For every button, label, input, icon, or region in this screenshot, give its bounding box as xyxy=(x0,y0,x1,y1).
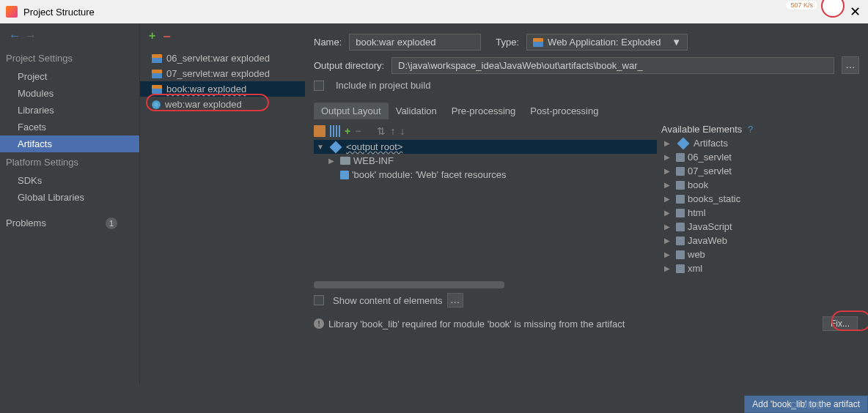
nav-facets[interactable]: Facets xyxy=(0,119,139,135)
available-item[interactable]: ▶06_servlet xyxy=(661,150,859,164)
artifact-item[interactable]: 06_servlet:war exploded xyxy=(140,51,305,66)
artifact-icon xyxy=(152,54,162,63)
name-input[interactable] xyxy=(349,34,481,51)
type-value: Web Application: Exploded xyxy=(548,37,661,48)
artifact-item[interactable]: 07_servlet:war exploded xyxy=(140,66,305,81)
new-folder-icon[interactable] xyxy=(314,125,326,137)
available-item[interactable]: ▶html xyxy=(661,206,859,220)
available-item[interactable]: ▶JavaWeb xyxy=(661,234,859,248)
chevron-right-icon: ▶ xyxy=(664,250,673,258)
nav-libraries[interactable]: Libraries xyxy=(0,102,139,119)
module-icon xyxy=(676,250,685,259)
nav-problems[interactable]: Problems 1 xyxy=(0,215,139,231)
horizontal-scrollbar[interactable] xyxy=(314,281,859,289)
speed-badge: 507 K/s xyxy=(785,0,818,10)
tree-row-output-root[interactable]: ▼ <output root> xyxy=(314,140,657,154)
nav-project[interactable]: Project xyxy=(0,68,139,85)
show-content-checkbox[interactable] xyxy=(314,295,324,305)
available-item[interactable]: ▶books_static xyxy=(661,192,859,206)
module-icon xyxy=(676,167,685,176)
help-icon[interactable]: ? xyxy=(748,124,753,135)
available-item-label: books_static xyxy=(688,193,740,204)
browse-button[interactable]: … xyxy=(842,56,859,74)
chevron-right-icon: ▶ xyxy=(664,195,673,203)
available-item-label: JavaScript xyxy=(688,221,732,232)
chevron-right-icon: ▶ xyxy=(664,139,673,147)
type-label: Type: xyxy=(496,37,519,48)
artifact-label: book:war exploded xyxy=(166,83,246,94)
nav-global-libraries[interactable]: Global Libraries xyxy=(0,189,139,206)
available-item[interactable]: ▶xml xyxy=(661,261,859,275)
sort-icon[interactable]: ⇅ xyxy=(377,125,386,137)
available-item[interactable]: ▶JavaScript xyxy=(661,220,859,234)
available-item[interactable]: ▶07_servlet xyxy=(661,164,859,178)
show-content-label: Show content of elements xyxy=(333,295,443,306)
close-icon[interactable]: ✕ xyxy=(850,4,861,20)
problems-badge: 1 xyxy=(106,217,117,229)
chevron-right-icon: ▶ xyxy=(664,153,673,161)
include-build-checkbox[interactable] xyxy=(314,81,324,91)
fix-tooltip[interactable]: Add 'book_lib' to the artifact 1CTO博客 xyxy=(744,395,868,413)
available-item[interactable]: ▶Artifacts xyxy=(661,136,859,150)
type-dropdown[interactable]: Web Application: Exploded ▼ xyxy=(526,34,688,51)
available-item-label: 07_servlet xyxy=(688,165,732,176)
remove-item-icon[interactable]: − xyxy=(355,125,361,137)
show-content-options-button[interactable]: … xyxy=(447,293,463,308)
tree-label: WEB-INF xyxy=(353,155,394,166)
back-icon[interactable]: ← xyxy=(9,29,21,42)
artifact-label: web:war exploded xyxy=(165,99,242,110)
section-platform-settings: Platform Settings xyxy=(0,152,139,172)
tree-row[interactable]: ▶ WEB-INF xyxy=(314,154,657,168)
chevron-right-icon: ▶ xyxy=(664,223,673,231)
warning-text: Library 'book_lib' required for module '… xyxy=(328,319,625,330)
tree-row[interactable]: 'book' module: 'Web' facet resources xyxy=(314,168,657,182)
chevron-right-icon: ▶ xyxy=(664,264,673,272)
artifacts-icon xyxy=(677,137,690,149)
output-dir-input[interactable] xyxy=(391,57,834,74)
tab-pre-processing[interactable]: Pre-processing xyxy=(444,103,523,119)
chevron-down-icon: ▼ xyxy=(672,37,681,48)
chevron-down-icon: ▼ xyxy=(317,143,326,151)
available-item-label: xml xyxy=(688,263,702,274)
forward-icon[interactable]: → xyxy=(25,29,37,42)
artifact-item-selected[interactable]: book:war exploded xyxy=(140,81,305,97)
up-icon[interactable]: ↑ xyxy=(390,125,395,137)
available-item[interactable]: ▶book xyxy=(661,178,859,192)
available-item-label: JavaWeb xyxy=(688,235,727,246)
available-item-label: Artifacts xyxy=(694,138,728,149)
globe-icon xyxy=(152,100,161,109)
module-icon xyxy=(676,209,685,217)
chevron-right-icon: ▶ xyxy=(664,237,673,245)
artifact-label: 06_servlet:war exploded xyxy=(166,53,270,64)
section-project-settings: Project Settings xyxy=(0,48,139,68)
module-icon xyxy=(676,195,685,204)
tree-label: <output root> xyxy=(346,141,402,152)
fix-button[interactable]: Fix... xyxy=(823,316,858,331)
add-icon[interactable]: + xyxy=(149,29,155,45)
chevron-right-icon: ▶ xyxy=(664,209,673,217)
module-icon xyxy=(676,264,685,273)
output-root-icon xyxy=(330,141,342,153)
module-icon xyxy=(340,171,349,179)
detail-panel: Name: Type: Web Application: Exploded ▼ … xyxy=(305,23,868,384)
artifacts-list-panel: + − 06_servlet:war exploded 07_servlet:w… xyxy=(139,23,305,384)
down-icon[interactable]: ↓ xyxy=(400,125,405,137)
nav-sdks[interactable]: SDKs xyxy=(0,172,139,189)
available-item-label: book xyxy=(688,179,708,190)
name-label: Name: xyxy=(314,37,342,48)
add-copy-icon[interactable]: + xyxy=(345,125,350,137)
tab-validation[interactable]: Validation xyxy=(389,103,444,119)
archive-icon[interactable] xyxy=(330,125,340,137)
tab-post-processing[interactable]: Post-processing xyxy=(523,103,606,119)
remove-icon[interactable]: − xyxy=(163,29,171,45)
artifact-icon xyxy=(152,85,162,94)
available-item[interactable]: ▶web xyxy=(661,248,859,261)
nav-modules[interactable]: Modules xyxy=(0,85,139,102)
warning-icon: ! xyxy=(314,319,324,329)
tab-output-layout[interactable]: Output Layout xyxy=(314,103,389,119)
artifact-label: 07_servlet:war exploded xyxy=(166,68,270,79)
nav-artifacts[interactable]: Artifacts xyxy=(0,135,139,152)
artifact-item[interactable]: web:war exploded xyxy=(140,97,305,112)
include-build-label: Include in project build xyxy=(336,80,430,91)
artifact-icon xyxy=(152,70,162,78)
